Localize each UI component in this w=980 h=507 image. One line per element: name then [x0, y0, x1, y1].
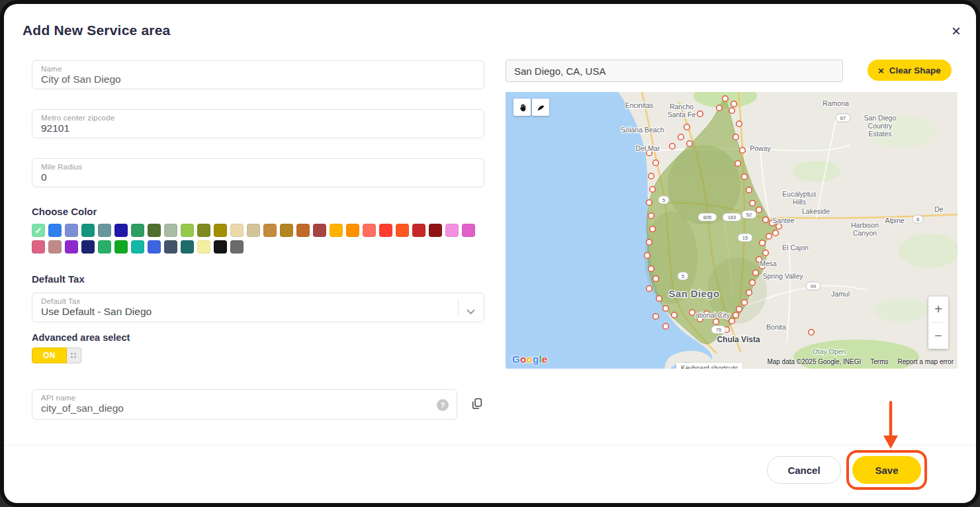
api-name-field[interactable]: API name city_of_san_diego ? — [32, 389, 457, 420]
color-swatch[interactable] — [330, 224, 343, 237]
color-swatch[interactable] — [296, 224, 310, 237]
polygon-vertex[interactable] — [750, 201, 756, 207]
zipcode-field[interactable]: Metro center zipcode 92101 — [32, 109, 484, 138]
color-swatch[interactable] — [48, 224, 62, 237]
polygon-vertex[interactable] — [697, 111, 703, 117]
polygon-vertex[interactable] — [809, 330, 815, 336]
mile-radius-field[interactable]: Mile Radius 0 — [32, 158, 484, 187]
color-swatch[interactable] — [363, 224, 376, 237]
color-swatch[interactable] — [247, 224, 260, 237]
color-swatch[interactable] — [148, 224, 161, 237]
default-tax-select[interactable]: Default Tax Use Default - San Diego — [32, 293, 484, 322]
color-swatch[interactable] — [280, 224, 293, 237]
polygon-vertex[interactable] — [717, 105, 723, 111]
close-icon[interactable]: × — [946, 21, 966, 41]
polygon-vertex[interactable] — [663, 324, 669, 330]
polygon-vertex[interactable] — [646, 286, 652, 292]
color-swatch[interactable]: ✓ — [32, 224, 45, 237]
polygon-vertex[interactable] — [672, 312, 678, 318]
color-swatch[interactable] — [462, 224, 475, 237]
polygon-vertex[interactable] — [650, 187, 656, 193]
color-swatch[interactable] — [98, 224, 111, 237]
color-swatch[interactable] — [65, 224, 78, 237]
polygon-vertex[interactable] — [713, 319, 719, 325]
polygon-vertex[interactable] — [733, 134, 739, 140]
color-swatch[interactable] — [197, 224, 210, 237]
polygon-vertex[interactable] — [729, 108, 735, 114]
color-swatch[interactable] — [164, 240, 177, 254]
color-swatch[interactable] — [98, 240, 111, 254]
polygon-vertex[interactable] — [746, 187, 752, 193]
polygon-vertex[interactable] — [742, 174, 748, 180]
polygon-vertex[interactable] — [690, 310, 695, 316]
polygon-vertex[interactable] — [736, 306, 742, 312]
save-button[interactable]: Save — [852, 456, 921, 484]
color-swatch[interactable] — [148, 240, 161, 254]
keyboard-shortcuts-label[interactable]: Keyboard shortcuts — [676, 363, 742, 369]
polygon-vertex[interactable] — [723, 96, 729, 102]
shape-draw-tool-button[interactable] — [532, 99, 549, 116]
terms-link[interactable]: Terms — [870, 358, 888, 365]
polygon-vertex[interactable] — [656, 296, 662, 302]
polygon-vertex[interactable] — [735, 161, 741, 167]
color-swatch[interactable] — [181, 224, 194, 237]
polygon-vertex[interactable] — [653, 276, 659, 282]
polygon-vertex[interactable] — [653, 314, 659, 320]
report-map-error-link[interactable]: Report a map error — [898, 358, 954, 365]
advanced-area-toggle[interactable]: ON — [32, 347, 81, 363]
color-swatch[interactable] — [65, 240, 78, 254]
polygon-vertex[interactable] — [648, 213, 654, 219]
color-swatch[interactable] — [429, 224, 442, 237]
color-swatch[interactable] — [81, 240, 95, 254]
color-swatch[interactable] — [131, 224, 144, 237]
polygon-vertex[interactable] — [648, 266, 654, 272]
color-swatch[interactable] — [114, 240, 128, 254]
color-swatch[interactable] — [313, 224, 326, 237]
polygon-vertex[interactable] — [736, 121, 742, 127]
cancel-button[interactable]: Cancel — [767, 456, 841, 484]
polygon-vertex[interactable] — [646, 240, 652, 246]
color-swatch[interactable] — [412, 224, 425, 237]
clear-shape-button[interactable]: × Clear Shape — [868, 60, 952, 81]
polygon-vertex[interactable] — [763, 250, 769, 256]
polygon-vertex[interactable] — [750, 280, 756, 286]
color-swatch[interactable] — [445, 224, 459, 237]
polygon-vertex[interactable] — [760, 240, 766, 246]
polygon-vertex[interactable] — [684, 124, 690, 130]
map-search-input[interactable] — [506, 60, 843, 82]
color-swatch[interactable] — [48, 240, 62, 254]
color-swatch[interactable] — [131, 240, 144, 254]
color-swatch[interactable] — [230, 240, 244, 254]
polygon-vertex[interactable] — [663, 306, 669, 312]
polygon-vertex[interactable] — [740, 148, 746, 154]
color-swatch[interactable] — [181, 240, 194, 254]
polygon-vertex[interactable] — [756, 207, 762, 213]
color-swatch[interactable] — [164, 224, 177, 237]
polygon-vertex[interactable] — [746, 290, 752, 296]
polygon-vertex[interactable] — [766, 234, 772, 240]
color-swatch[interactable] — [114, 224, 128, 237]
pan-tool-button[interactable] — [513, 99, 531, 116]
google-map[interactable]: 5805163521556789475 EncinitasRanchoSanta… — [506, 92, 958, 369]
polygon-vertex[interactable] — [646, 200, 652, 206]
polygon-vertex[interactable] — [742, 300, 748, 306]
color-swatch[interactable] — [396, 224, 409, 237]
color-swatch[interactable] — [197, 240, 210, 254]
color-swatch[interactable] — [346, 224, 359, 237]
polygon-vertex[interactable] — [645, 253, 650, 259]
copy-icon[interactable] — [468, 396, 486, 413]
polygon-vertex[interactable] — [648, 173, 654, 179]
polygon-vertex[interactable] — [773, 230, 779, 236]
polygon-vertex[interactable] — [753, 270, 759, 276]
color-swatch[interactable] — [263, 224, 277, 237]
color-swatch[interactable] — [379, 224, 392, 237]
zoom-in-button[interactable]: + — [928, 297, 948, 322]
google-logo[interactable]: Google — [512, 353, 548, 365]
polygon-vertex[interactable] — [670, 144, 676, 150]
polygon-vertex[interactable] — [729, 318, 735, 324]
polygon-vertex[interactable] — [731, 101, 737, 107]
color-swatch[interactable] — [230, 224, 244, 237]
polygon-vertex[interactable] — [678, 134, 684, 140]
color-swatch[interactable] — [81, 224, 95, 237]
polygon-vertex[interactable] — [733, 312, 739, 318]
